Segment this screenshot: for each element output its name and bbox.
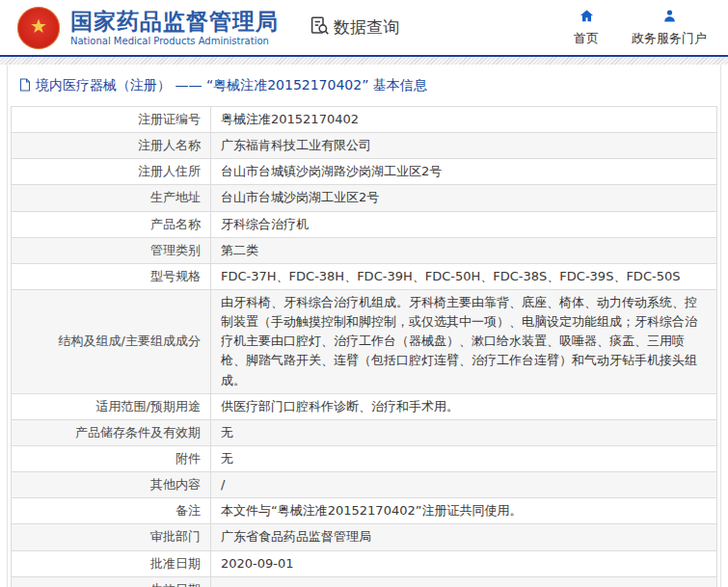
row-label: 适用范围/预期用途 (12, 393, 211, 419)
row-value: 无 (211, 419, 717, 445)
row-label: 附件 (12, 445, 211, 471)
data-query-button[interactable]: 数据查询 (310, 15, 399, 40)
row-value: 无 (211, 445, 717, 471)
row-value: FDC-37H、FDC-38H、FDC-39H、FDC-50H、FDC-38S、… (211, 263, 717, 289)
agency-title: 国家药品监督管理局 (70, 9, 279, 34)
home-icon (580, 9, 594, 27)
user-icon (662, 9, 677, 27)
row-value: 广东福肯科技工业有限公司 (211, 133, 717, 159)
nav-item-label: 首页 (574, 30, 599, 47)
row-label: 其他内容 (12, 472, 211, 498)
national-emblem-logo: ★ (17, 7, 60, 49)
table-row: 生产地址 台山市台城沙岗湖工业区2号 (12, 185, 717, 211)
info-table-body: 注册证编号 粤械注准20152170402 注册人名称 广东福肯科技工业有限公司… (12, 107, 717, 587)
table-row: 其他内容 / (12, 472, 717, 498)
table-row: 注册证编号 粤械注准20152170402 (12, 107, 717, 133)
row-label: 产品名称 (12, 211, 211, 237)
agency-title-block: 国家药品监督管理局 National Medical Products Admi… (70, 9, 279, 45)
row-value: 台山市台城沙岗湖工业区2号 (211, 185, 717, 211)
emblem-star-icon: ★ (30, 16, 47, 36)
nav-item-gov-portal[interactable]: 政务服务门户 (632, 9, 707, 47)
table-row: 管理类别 第二类 (12, 237, 717, 263)
row-value: 台山市台城镇沙岗湖路沙岗湖工业区2号 (211, 159, 717, 185)
table-row: 结构及组成/主要组成成分 由牙科椅、牙科综合治疗机组成。牙科椅主要由靠背、底座、… (12, 289, 717, 393)
row-value: 本文件与“粤械注准20152170402”注册证共同使用。 (211, 498, 717, 524)
row-label: 批准日期 (12, 550, 211, 576)
registration-info-table: 注册证编号 粤械注准20152170402 注册人名称 广东福肯科技工业有限公司… (11, 106, 717, 587)
row-label: 管理类别 (12, 237, 211, 263)
row-label: 注册人住所 (12, 159, 211, 185)
table-row: 备注 本文件与“粤械注准20152170402”注册证共同使用。 (12, 498, 717, 524)
document-icon (19, 78, 31, 94)
nav-item-label: 政务服务门户 (632, 30, 707, 47)
breadcrumb: 境内医疗器械（注册） —— “粤械注准20152170402” 基本信息 (8, 65, 720, 106)
breadcrumb-text: 境内医疗器械（注册） —— “粤械注准20152170402” 基本信息 (36, 77, 427, 94)
row-value: 广东省食品药品监督管理局 (211, 524, 717, 550)
table-row: 产品储存条件及有效期 无 (12, 419, 717, 445)
table-row: 生效日期 (12, 576, 717, 587)
hatch-strip (0, 57, 728, 65)
table-row: 注册人名称 广东福肯科技工业有限公司 (12, 133, 717, 159)
nav-item-home[interactable]: 首页 (574, 9, 599, 47)
row-value: 2020-09-01 (211, 550, 717, 576)
row-label: 审批部门 (12, 524, 211, 550)
row-label: 产品储存条件及有效期 (12, 419, 211, 445)
table-row: 审批部门 广东省食品药品监督管理局 (12, 524, 717, 550)
table-row: 批准日期 2020-09-01 (12, 550, 717, 576)
row-value: 第二类 (211, 237, 717, 263)
row-label: 注册人名称 (12, 133, 211, 159)
row-value: / (211, 472, 717, 498)
data-query-icon (310, 15, 330, 40)
row-label: 结构及组成/主要组成成分 (12, 289, 211, 393)
row-value (211, 576, 717, 587)
row-label: 注册证编号 (12, 107, 211, 133)
table-row: 产品名称 牙科综合治疗机 (12, 211, 717, 237)
row-label: 生产地址 (12, 185, 211, 211)
table-row: 适用范围/预期用途 供医疗部门口腔科作诊断、治疗和手术用。 (12, 393, 717, 419)
table-row: 型号规格 FDC-37H、FDC-38H、FDC-39H、FDC-50H、FDC… (12, 263, 717, 289)
row-value: 供医疗部门口腔科作诊断、治疗和手术用。 (211, 393, 717, 419)
row-value: 牙科综合治疗机 (211, 211, 717, 237)
row-label: 生效日期 (12, 576, 211, 587)
row-label: 型号规格 (12, 263, 211, 289)
row-label: 备注 (12, 498, 211, 524)
header: ★ 国家药品监督管理局 National Medical Products Ad… (0, 0, 728, 55)
row-value: 由牙科椅、牙科综合治疗机组成。牙科椅主要由靠背、底座、椅体、动力传动系统、控制装… (211, 289, 717, 393)
header-nav: 首页 政务服务门户 (574, 9, 707, 47)
data-query-label: 数据查询 (334, 16, 399, 39)
row-value: 粤械注准20152170402 (211, 107, 717, 133)
agency-subtitle: National Medical Products Administration (70, 36, 279, 46)
table-row: 附件 无 (12, 445, 717, 471)
table-row: 注册人住所 台山市台城镇沙岗湖路沙岗湖工业区2号 (12, 159, 717, 185)
content-card: 境内医疗器械（注册） —— “粤械注准20152170402” 基本信息 注册证… (7, 65, 721, 587)
